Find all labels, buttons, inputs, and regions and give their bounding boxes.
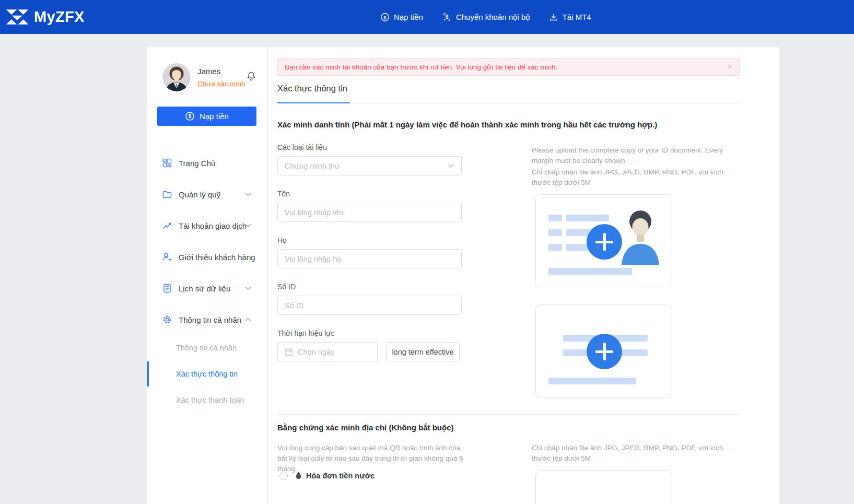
- close-icon[interactable]: ×: [728, 63, 732, 71]
- water-drop-icon: [295, 471, 302, 480]
- top-menu: $ Nạp tiền $ Chuyển khoản nội bộ: [380, 0, 591, 34]
- myzfx-logo-icon: [5, 8, 29, 26]
- address-note-left: Vui lòng cung cấp bản sao quét mã QR hoặ…: [277, 443, 472, 474]
- tab-identity-verification[interactable]: Xác thực thông tin: [277, 84, 347, 93]
- main-panel: Bạn cần xác minh tài khoản của bạn trước…: [268, 47, 779, 504]
- alert-message: Bạn cần xác minh tài khoản của bạn trước…: [285, 63, 557, 71]
- last-name-label: Họ: [277, 236, 287, 244]
- document-type-select[interactable]: Chứng minh thư: [277, 156, 462, 175]
- svg-text:$: $: [189, 113, 192, 119]
- top-menu-deposit-label: Nạp tiền: [394, 13, 423, 21]
- first-name-field[interactable]: [277, 203, 462, 222]
- sidebar-item-history[interactable]: Lịch sử dữ liệu: [147, 273, 267, 304]
- water-bill-option-label: Hóa đơn tiền nước: [295, 471, 375, 480]
- svg-text:$: $: [383, 14, 387, 20]
- section-divider: [277, 414, 740, 415]
- deposit-button-label: Nạp tiền: [200, 112, 229, 121]
- avatar[interactable]: [162, 63, 191, 91]
- active-tab-underline: [277, 102, 350, 103]
- upload-address-proof-card[interactable]: [535, 470, 672, 504]
- date-picker-field[interactable]: Chọn ngày: [277, 342, 378, 361]
- sidebar-item-label: Trang Chủ: [179, 159, 215, 168]
- upload-note-formats: Chỉ chấp nhận file ảnh JPG, JPEG, BMP, P…: [532, 167, 741, 188]
- subnav-identity-verification[interactable]: Xác thực thông tin: [147, 361, 267, 387]
- gear-icon: [162, 315, 172, 324]
- placeholder-line: [566, 215, 609, 221]
- document-type-label: Các loại tài liệu: [277, 143, 327, 151]
- verification-status-link[interactable]: Chưa xác minh: [197, 80, 245, 88]
- validity-label: Thời hạn hiệu lực: [277, 329, 335, 337]
- active-item-indicator: [147, 361, 149, 386]
- sidebar-item-trading-accounts[interactable]: Tài khoản giao dịch: [147, 210, 267, 241]
- sidebar-item-referral[interactable]: Giới thiệu khách hàng: [147, 241, 267, 273]
- deposit-button[interactable]: $ Nạp tiền: [157, 107, 256, 126]
- sidebar-nav: Trang Chủ Quản lý quỹ Tài khoản giao dịc…: [147, 147, 267, 335]
- dollar-circle-icon: $: [185, 111, 195, 121]
- option-text: Hóa đơn tiền nước: [306, 472, 375, 480]
- id-number-label: Số ID: [277, 283, 296, 291]
- internal-transfer-icon: $: [442, 12, 452, 22]
- top-menu-internal-transfer[interactable]: $ Chuyển khoản nội bộ: [442, 12, 530, 22]
- sidebar-subnav: Thông tin cá nhân Xác thực thông tin Xác…: [147, 335, 267, 413]
- download-icon: [549, 13, 558, 22]
- upload-note-english: Please upload the complete copy of your …: [532, 145, 726, 166]
- sidebar-item-label: Lịch sử dữ liệu: [179, 284, 230, 293]
- address-section-heading: Bằng chứng xác minh địa chỉ (Không bắt b…: [277, 423, 454, 432]
- chevron-down-icon: [245, 287, 251, 290]
- person-referral-icon: [162, 252, 172, 262]
- calendar-icon: [284, 347, 293, 356]
- plus-upload-icon: [587, 334, 622, 369]
- upload-id-front-card[interactable]: [535, 194, 672, 288]
- placeholder-line: [548, 229, 562, 236]
- sidebar-item-label: Thông tin cá nhân: [179, 315, 241, 324]
- identity-section-heading: Xác minh danh tính (Phải mất 1 ngày làm …: [277, 120, 657, 129]
- sidebar-item-label: Quản lý quỹ: [179, 190, 220, 199]
- subnav-payment-verification[interactable]: Xác thực thanh toán: [147, 387, 267, 413]
- svg-text:$: $: [446, 14, 449, 20]
- chart-icon: [162, 221, 172, 230]
- address-note-formats: Chỉ chấp nhận file ảnh JPG, JPEG, BMP, P…: [532, 443, 741, 464]
- id-portrait-illustration: [616, 207, 664, 267]
- sidebar-item-label: Giới thiệu khách hàng: [179, 253, 255, 262]
- chevron-down-icon: [245, 224, 251, 228]
- long-term-effective-button[interactable]: long term effective: [386, 342, 460, 361]
- upload-id-back-card[interactable]: [535, 304, 672, 398]
- date-placeholder: Chọn ngày: [298, 348, 334, 356]
- last-name-field[interactable]: [277, 249, 462, 268]
- placeholder-line: [548, 268, 632, 275]
- wallet-icon: [162, 190, 172, 199]
- radio-button[interactable]: [279, 472, 288, 480]
- dollar-circle-icon: $: [380, 13, 390, 22]
- placeholder-line: [548, 244, 562, 251]
- sidebar-item-label: Tài khoản giao dịch: [179, 221, 247, 230]
- chevron-up-icon: [245, 318, 251, 322]
- placeholder-line: [548, 378, 636, 384]
- placeholder-line: [548, 215, 562, 221]
- brand-name: MyZFX: [34, 8, 85, 26]
- notification-bell-icon[interactable]: [246, 71, 256, 84]
- top-menu-download-mt4-label: Tải MT4: [563, 13, 591, 21]
- user-name: James: [197, 67, 220, 76]
- document-icon: [162, 284, 172, 293]
- brand-logo[interactable]: MyZFX: [5, 0, 85, 34]
- chevron-down-icon: [245, 193, 251, 196]
- verification-alert-banner: Bạn cần xác minh tài khoản của bạn trước…: [277, 58, 740, 76]
- document-type-value: Chứng minh thư: [285, 162, 340, 170]
- top-menu-internal-transfer-label: Chuyển khoản nội bộ: [456, 13, 530, 21]
- sidebar-item-home[interactable]: Trang Chủ: [147, 147, 267, 179]
- plus-upload-icon: [587, 224, 622, 260]
- sidebar-item-funds[interactable]: Quản lý quỹ: [147, 179, 267, 210]
- chevron-down-icon: [448, 164, 454, 168]
- address-option-water-bill: Hóa đơn tiền nước: [279, 471, 375, 480]
- dashboard-grid-icon: [162, 158, 172, 168]
- sidebar: James Chưa xác minh $ Nạp tiền: [147, 47, 267, 504]
- subnav-personal-info[interactable]: Thông tin cá nhân: [147, 335, 267, 361]
- first-name-label: Tên: [277, 190, 290, 198]
- top-menu-download-mt4[interactable]: Tải MT4: [549, 13, 591, 22]
- top-menu-deposit[interactable]: $ Nạp tiền: [380, 13, 423, 22]
- id-number-field[interactable]: [277, 296, 462, 315]
- sidebar-item-personal-info[interactable]: Thông tin cá nhân: [147, 304, 267, 335]
- top-navbar: MyZFX $ Nạp tiền $ Chuyển khoản nội bộ: [0, 0, 854, 34]
